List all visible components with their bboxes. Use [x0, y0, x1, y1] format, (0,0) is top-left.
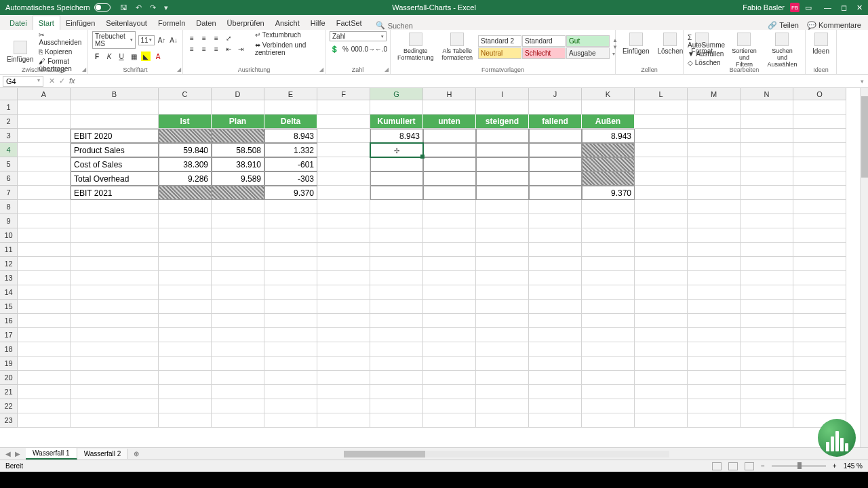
cell[interactable] [423, 243, 476, 257]
cell[interactable]: 8.943 [370, 129, 423, 143]
column-header[interactable]: F [317, 88, 370, 100]
cell[interactable]: 8.943 [264, 129, 317, 143]
cell[interactable] [423, 314, 476, 328]
cell[interactable] [264, 271, 317, 285]
cell[interactable] [423, 357, 476, 371]
cell[interactable] [212, 285, 264, 300]
cell[interactable] [476, 271, 529, 285]
cell[interactable] [71, 300, 159, 314]
italic-button[interactable]: K [104, 52, 114, 61]
cell[interactable] [317, 186, 370, 200]
cell[interactable] [688, 357, 741, 371]
cell[interactable] [582, 243, 635, 257]
cell-style[interactable]: Standard [522, 35, 566, 47]
cell[interactable] [741, 228, 793, 243]
cell[interactable] [212, 271, 264, 285]
cell[interactable] [635, 413, 688, 428]
cell[interactable] [423, 186, 476, 200]
cell[interactable] [423, 257, 476, 271]
cell[interactable] [582, 342, 635, 357]
column-header[interactable]: B [71, 88, 159, 100]
zoom-level[interactable]: 145 % [844, 462, 863, 470]
zoom-in-icon[interactable]: + [833, 462, 837, 470]
cell[interactable] [793, 100, 846, 115]
cell[interactable] [71, 342, 159, 357]
cell[interactable] [317, 271, 370, 285]
row-header[interactable]: 15 [0, 300, 18, 314]
cell[interactable] [317, 300, 370, 314]
cell[interactable] [71, 214, 159, 228]
cell[interactable] [741, 300, 793, 314]
clear-button[interactable]: ◇ Löschen [688, 59, 725, 66]
cell[interactable] [688, 100, 741, 115]
cell[interactable] [18, 100, 71, 115]
cell[interactable] [688, 271, 741, 285]
horizontal-scrollbar[interactable] [144, 451, 868, 458]
cell[interactable] [18, 314, 71, 328]
row-header[interactable]: 12 [0, 257, 18, 271]
cell[interactable] [476, 157, 529, 171]
cell[interactable] [423, 413, 476, 428]
cell[interactable] [317, 257, 370, 271]
cell[interactable]: fallend [529, 115, 582, 129]
cell[interactable] [793, 314, 846, 328]
select-all-button[interactable] [0, 88, 18, 100]
cell[interactable] [212, 300, 264, 314]
cell[interactable] [370, 342, 423, 357]
cell[interactable] [212, 200, 264, 214]
row-header[interactable]: 14 [0, 285, 18, 300]
cell[interactable] [423, 157, 476, 171]
expand-formula-icon[interactable]: ▾ [856, 78, 868, 85]
cell[interactable]: Total Overhead [71, 171, 159, 186]
cell[interactable] [370, 371, 423, 385]
copy-button[interactable]: ⎘ Kopieren [39, 48, 83, 56]
tab-factset[interactable]: FactSet [331, 16, 368, 30]
cell[interactable] [159, 285, 212, 300]
cell[interactable] [582, 257, 635, 271]
cell[interactable] [18, 157, 71, 171]
cell[interactable] [264, 342, 317, 357]
cell[interactable] [688, 328, 741, 342]
cell[interactable] [529, 413, 582, 428]
cell[interactable] [370, 328, 423, 342]
cell[interactable]: 9.370 [264, 186, 317, 200]
cell[interactable] [529, 285, 582, 300]
view-pagebreak-icon[interactable] [745, 462, 754, 470]
cell[interactable] [159, 186, 212, 200]
cell[interactable] [317, 328, 370, 342]
cell[interactable] [635, 357, 688, 371]
conditional-formatting-button[interactable]: Bedingte Formatierung [395, 31, 437, 62]
cell[interactable] [582, 200, 635, 214]
cell[interactable] [317, 371, 370, 385]
cell[interactable] [370, 300, 423, 314]
cell[interactable] [212, 129, 264, 143]
row-header[interactable]: 21 [0, 385, 18, 399]
cell[interactable]: steigend [476, 115, 529, 129]
tab-ueberpruefen[interactable]: Überprüfen [222, 16, 270, 30]
cell[interactable]: 38.910 [212, 157, 264, 171]
row-header[interactable]: 9 [0, 214, 18, 228]
cell[interactable] [264, 413, 317, 428]
cell[interactable] [741, 171, 793, 186]
cell[interactable] [476, 385, 529, 399]
border-button[interactable]: ▦ [129, 52, 138, 61]
cell[interactable]: Plan [212, 115, 264, 129]
cell[interactable] [212, 328, 264, 342]
view-layout-icon[interactable] [728, 462, 738, 470]
cell[interactable] [793, 357, 846, 371]
cell[interactable] [317, 342, 370, 357]
row-header[interactable]: 23 [0, 413, 18, 428]
minimize-icon[interactable]: — [824, 3, 831, 12]
cell[interactable] [476, 214, 529, 228]
cell[interactable] [476, 399, 529, 413]
cell[interactable] [529, 357, 582, 371]
cell[interactable] [18, 271, 71, 285]
cell[interactable]: 8.943 [582, 129, 635, 143]
cell[interactable] [264, 200, 317, 214]
cell[interactable] [18, 200, 71, 214]
cell[interactable] [741, 285, 793, 300]
cell[interactable] [159, 257, 212, 271]
cell[interactable] [793, 257, 846, 271]
cell[interactable] [582, 228, 635, 243]
cell[interactable] [423, 129, 476, 143]
